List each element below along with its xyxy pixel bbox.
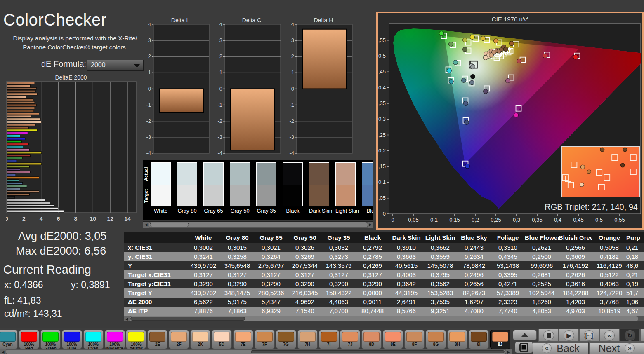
table-cell: 280,5236 (254, 288, 288, 298)
bracket-button[interactable]: [··] (579, 329, 599, 342)
pattern-tile-8f[interactable]: 8F (404, 330, 425, 349)
pager-up-button[interactable] (513, 330, 537, 340)
table-col-header: Blue Sky (457, 232, 491, 243)
svg-text:6: 6 (57, 216, 60, 222)
pattern-tile-7g[interactable]: 7G (276, 330, 296, 349)
table-header-row: WhiteGray 80Gray 65Gray 50Gray 35BlackDa… (124, 232, 644, 243)
svg-text:0: 0 (6, 216, 8, 222)
table-cell: 5,9175 (220, 298, 254, 307)
pattern-tile-8g[interactable]: 8G (426, 330, 446, 349)
pattern-tile-7j[interactable]: 7J (340, 330, 360, 349)
table-cell: 3,7595 (423, 298, 457, 307)
swatch-black[interactable]: Black (283, 162, 303, 215)
swatch-target (336, 185, 355, 206)
swatch-block (177, 162, 197, 206)
table-cell: 3,7768 (592, 298, 626, 307)
pattern-tile-7i[interactable]: 7I (319, 330, 339, 349)
svg-text:2: 2 (219, 53, 222, 59)
svg-text:0,45: 0,45 (573, 217, 583, 223)
deltae-bar (7, 210, 64, 212)
refresh-button[interactable]: ↻ (620, 329, 640, 342)
pattern-tile-7f[interactable]: 7F (255, 330, 275, 349)
table-cell: 0,3127 (186, 270, 220, 279)
pattern-tile-100red[interactable]: 100% Red (19, 330, 39, 349)
table-cell-partial: 51,7 (626, 288, 644, 298)
pattern-swatch (64, 332, 80, 342)
pattern-tile-7h[interactable]: 7H (297, 330, 318, 349)
table-col-header: Bluish Green (559, 232, 592, 243)
pattern-scrollbar[interactable]: ◀ ▶ (0, 349, 512, 354)
table-scroll-thumb[interactable] (130, 317, 245, 321)
table-cell: 345,6548 (220, 261, 254, 270)
swatch-gray-80[interactable]: Gray 80 (177, 162, 197, 215)
pattern-tile-2f[interactable]: 2F (169, 330, 189, 349)
table-cell: 0,2566 (559, 243, 592, 252)
pattern-window-button[interactable] (515, 342, 533, 353)
pattern-tile-100yellow[interactable]: 100% Yellow (126, 330, 146, 349)
pattern-tile-8e[interactable]: 8E (383, 330, 403, 349)
table-cell: 0,3015 (220, 243, 254, 252)
deltae-bar-chart: 02468101214 (6, 81, 143, 226)
scroll-right-icon[interactable]: ▶ (506, 349, 512, 354)
pattern-tile-2k[interactable]: 2K (190, 330, 210, 349)
pattern-tile-2e[interactable]: 2E (147, 330, 167, 349)
play-button[interactable]: ▶ (559, 329, 579, 342)
swatch-blue[interactable]: Blue (362, 162, 373, 215)
table-cell: 0,3021 (254, 243, 288, 252)
swatch-scrollbar[interactable]: ◀ ▶ (143, 221, 373, 228)
table-col-header: Gray 80 (220, 232, 254, 243)
scroll-left-icon[interactable]: ◀ (143, 222, 149, 228)
table-row-label: Target Y (124, 288, 186, 298)
swatch-gray-65[interactable]: Gray 65 (203, 162, 224, 215)
table-cell: 0,3258 (220, 252, 254, 261)
de-formula-dropdown[interactable]: 2000 (87, 60, 144, 71)
pattern-tile-8i[interactable]: 8I (469, 330, 489, 349)
deltae-bar (7, 138, 25, 140)
swatch-block (335, 162, 356, 206)
table-row-label: x: CIE31 (124, 243, 186, 252)
pattern-tile-100cyan[interactable]: 100% Cyan (83, 330, 104, 349)
pattern-tile-5d[interactable]: 5D (212, 330, 232, 349)
pattern-tile-8h[interactable]: 8H (447, 330, 467, 349)
stop-button[interactable] (538, 329, 559, 342)
back-button[interactable]: « Back (533, 342, 588, 354)
pattern-tile-cyan[interactable]: Cyan (0, 330, 18, 349)
pattern-tile-7e[interactable]: 7E (233, 330, 253, 349)
swatch-gray-50[interactable]: Gray 50 (230, 162, 250, 215)
pattern-swatch (235, 332, 251, 342)
scroll-right-icon[interactable]: ▶ (368, 222, 373, 228)
table-cell: 0,3127 (322, 270, 356, 279)
swatch-dark-skin[interactable]: Dark Skin (309, 162, 329, 215)
swatch-target (204, 185, 223, 206)
table-scrollbar[interactable]: ◀ (124, 316, 644, 321)
infinity-button[interactable]: ∞ (599, 329, 620, 342)
pattern-tile-100green[interactable]: 100% Green (40, 330, 61, 349)
swatch-light-skin[interactable]: Light Skin (335, 162, 356, 215)
svg-text:-3: -3 (289, 134, 294, 140)
svg-text:-3: -3 (217, 134, 222, 140)
pattern-label: 7F (255, 342, 274, 347)
cie-measured-dot (471, 74, 475, 79)
pattern-tile-100magenta[interactable]: 100% Magenta (105, 330, 125, 349)
scroll-left-icon[interactable]: ◀ (0, 349, 6, 354)
swatch-scroll-thumb[interactable] (150, 223, 189, 227)
swatch-gray-35[interactable]: Gray 35 (256, 162, 276, 215)
triangle-up-icon (521, 333, 528, 337)
table-cell: 40,5615 (389, 261, 423, 270)
table-cell: 0,3241 (186, 252, 220, 261)
pattern-tile-8d[interactable]: 8D (361, 330, 382, 349)
table-row: x: CIE310,30020,30150,30210,30260,30320,… (124, 243, 644, 252)
table-row-label: Target x:CIE31 (124, 270, 186, 279)
next-button[interactable]: Next » (589, 342, 644, 354)
pattern-swatch (406, 332, 422, 342)
deltae-bar (7, 177, 39, 179)
pattern-scroll-thumb[interactable] (251, 350, 505, 353)
pattern-tile-100blue[interactable]: 100% Blue (62, 330, 82, 349)
scroll-left-icon[interactable]: ◀ (124, 316, 130, 321)
blank-button[interactable] (640, 329, 644, 342)
cie-measured-dot (484, 55, 488, 60)
swatch-white[interactable]: White (151, 162, 171, 215)
pattern-tile-8j[interactable]: 8J (490, 330, 510, 349)
app-window: ColorChecker Display analysis is perform… (0, 0, 644, 354)
table-cell: 0,2626 (559, 270, 592, 279)
